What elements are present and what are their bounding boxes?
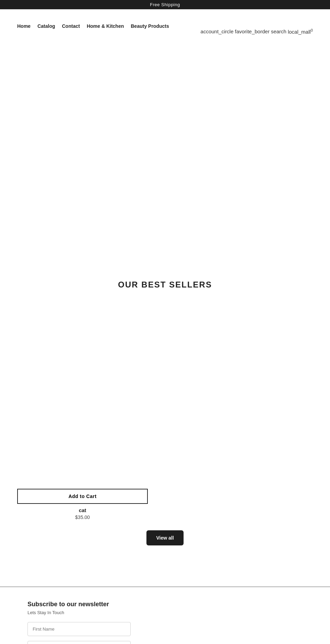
product-card: Add to Cart cat $35.00 xyxy=(17,489,148,520)
nav-item-catalog[interactable]: Catalog xyxy=(37,23,55,29)
nav-link-beauty[interactable]: Beauty Products xyxy=(131,23,169,29)
nav-link-catalog[interactable]: Catalog xyxy=(37,23,55,29)
view-all-button[interactable]: View all xyxy=(146,530,183,545)
account-icon[interactable]: account_circle xyxy=(200,29,233,34)
nav-item-home-kitchen[interactable]: Home & Kitchen xyxy=(87,23,124,29)
best-sellers-title: OUR BEST SELLERS xyxy=(17,280,313,290)
search-icon[interactable]: search xyxy=(271,29,286,34)
nav-link-home-kitchen[interactable]: Home & Kitchen xyxy=(87,23,124,29)
newsletter-title: Subscribe to our newsletter xyxy=(28,601,302,608)
hero-section xyxy=(0,33,330,266)
email-input[interactable] xyxy=(28,641,131,644)
nav-link-home[interactable]: Home xyxy=(17,23,31,29)
footer-top: Subscribe to our newsletter Lets Stay In… xyxy=(0,587,330,644)
cart-icon[interactable]: local_mall0 xyxy=(288,28,313,35)
top-bar: Free Shipping xyxy=(0,0,330,9)
add-to-cart-button[interactable]: Add to Cart xyxy=(17,489,148,504)
header: Home Catalog Contact Home & Kitchen Beau… xyxy=(0,9,330,33)
cart-count: 0 xyxy=(311,28,313,32)
nav-item-beauty[interactable]: Beauty Products xyxy=(131,23,169,29)
view-all-wrapper: View all xyxy=(17,530,313,545)
products-spacer xyxy=(17,296,313,489)
main-nav: Home Catalog Contact Home & Kitchen Beau… xyxy=(17,23,169,29)
product-price: $35.00 xyxy=(17,515,148,520)
newsletter-subtitle: Lets Stay In Touch xyxy=(28,610,302,615)
nav-links: Home Catalog Contact Home & Kitchen Beau… xyxy=(17,23,169,29)
nav-item-home[interactable]: Home xyxy=(17,23,31,29)
nav-icons: account_circle favorite_border search lo… xyxy=(200,28,313,35)
favorite-icon[interactable]: favorite_border xyxy=(235,29,270,34)
best-sellers-section: OUR BEST SELLERS Add to Cart cat $35.00 … xyxy=(0,266,330,580)
nav-link-contact[interactable]: Contact xyxy=(62,23,80,29)
free-shipping-text: Free Shipping xyxy=(150,2,180,7)
nav-row: Home Catalog Contact Home & Kitchen Beau… xyxy=(17,23,313,29)
product-name: cat xyxy=(17,507,148,513)
nav-item-contact[interactable]: Contact xyxy=(62,23,80,29)
first-name-input[interactable] xyxy=(28,622,131,636)
